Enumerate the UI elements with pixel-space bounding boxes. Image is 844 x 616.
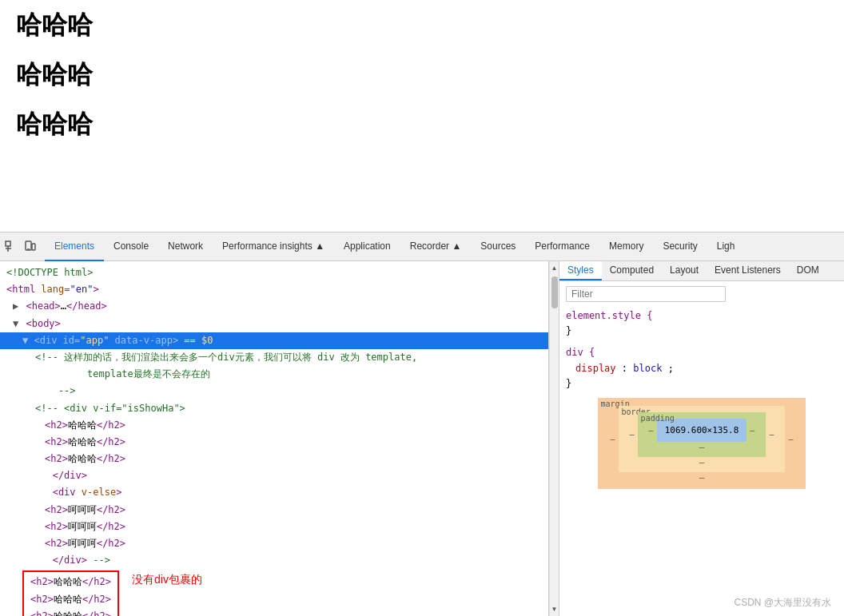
tab-memory[interactable]: Memory [599, 232, 653, 261]
div-velse-open: <div v-else> [0, 484, 548, 501]
annotation-text: 没有div包裹的 [132, 570, 202, 588]
styles-tab-event-listeners[interactable]: Event Listeners [707, 261, 789, 280]
svg-rect-0 [6, 241, 10, 246]
head-line[interactable]: ▶ <head>…</head> [0, 298, 548, 315]
heading-1: 哈哈哈 [16, 8, 828, 43]
tab-security[interactable]: Security [653, 232, 707, 261]
page-content: 哈哈哈 哈哈哈 哈哈哈 [0, 0, 844, 232]
styles-tab-computed[interactable]: Computed [602, 261, 662, 280]
tab-console[interactable]: Console [104, 232, 158, 261]
scroll-thumb[interactable] [551, 276, 558, 308]
styles-content: element.style { } div { display : block … [559, 281, 844, 590]
heading-2: 哈哈哈 [16, 58, 828, 93]
red-box-section: <h2>哈哈哈</h2> <h2>哈哈哈</h2> <h2>哈哈哈</h2> 没… [0, 570, 548, 616]
css-rule-element-style: element.style { } [566, 308, 838, 339]
redbox-h2-3[interactable]: <h2>哈哈哈</h2> [27, 608, 114, 616]
doctype-line: <!DOCTYPE html> [0, 264, 548, 281]
inspect-icon[interactable] [3, 239, 19, 255]
styles-tabs: Styles Computed Layout Event Listeners D… [559, 261, 844, 281]
scroll-down-arrow[interactable]: ▼ [550, 604, 559, 614]
html-line[interactable]: <html lang="en"> [0, 281, 548, 298]
heading-3: 哈哈哈 [16, 107, 828, 142]
comment-line-3: --> [0, 383, 548, 399]
tab-performance-insights[interactable]: Performance insights ▲ [213, 232, 334, 261]
devtools-body: <!DOCTYPE html> <html lang="en"> ▶ <head… [0, 261, 844, 616]
box-margin: margin – border – [598, 398, 806, 489]
styles-tab-dom[interactable]: DOM [789, 261, 827, 280]
hehe-h2-3: <h2>呵呵呵</h2> [0, 535, 548, 552]
box-model-container: margin – border – [572, 398, 831, 489]
body-open-line[interactable]: ▼ <body> [0, 316, 548, 332]
elements-with-scrollbar: <!DOCTYPE html> <html lang="en"> ▶ <head… [0, 261, 559, 616]
device-icon[interactable] [22, 239, 38, 255]
elements-panel: <!DOCTYPE html> <html lang="en"> ▶ <head… [0, 261, 549, 616]
comment-line-1: <!-- 这样加的话，我们渲染出来会多一个div元素，我们可以将 div 改为 … [0, 349, 548, 366]
tab-lighthouse[interactable]: Ligh [707, 232, 745, 261]
tab-sources[interactable]: Sources [471, 232, 525, 261]
scroll-up-arrow[interactable]: ▲ [550, 263, 559, 273]
tab-recorder[interactable]: Recorder ▲ [400, 232, 472, 261]
devtools-tabs: Elements Console Network Performance ins… [45, 232, 841, 261]
box-padding: padding – 1069.600×135 [638, 412, 766, 457]
comment2-open-line: <!-- <div v-if="isShowHa"> [0, 400, 548, 417]
div-close-2: </div> --> [0, 552, 548, 569]
div-close-1: </div> [0, 467, 548, 484]
filter-input[interactable] [566, 286, 726, 302]
tab-application[interactable]: Application [334, 232, 400, 261]
csdn-watermark: CSDN @大海里没有水 [559, 590, 844, 616]
tab-network[interactable]: Network [158, 232, 213, 261]
div-selected-line[interactable]: ▼ <div id="app" data-v-app> == $0 [0, 332, 548, 349]
styles-panel: Styles Computed Layout Event Listeners D… [559, 261, 844, 616]
css-rule-div: div { display : block ; } [566, 345, 838, 391]
red-box: <h2>哈哈哈</h2> <h2>哈哈哈</h2> <h2>哈哈哈</h2> [22, 570, 119, 616]
devtools-toolbar: Elements Console Network Performance ins… [0, 232, 844, 261]
box-border: border – padding [619, 406, 786, 472]
padding-label: padding [641, 414, 675, 423]
hehe-h2-2: <h2>呵呵呵</h2> [0, 519, 548, 535]
styles-tab-layout[interactable]: Layout [662, 261, 707, 280]
comment-h2-3: <h2>哈哈哈</h2> [0, 451, 548, 467]
svg-rect-4 [32, 244, 35, 250]
comment-h2-2: <h2>哈哈哈</h2> [0, 434, 548, 451]
devtools: Elements Console Network Performance ins… [0, 232, 844, 616]
elements-scrollbar[interactable]: ▲ ▼ [549, 261, 559, 616]
comment-h2-1: <h2>哈哈哈</h2> [0, 417, 548, 434]
redbox-h2-1[interactable]: <h2>哈哈哈</h2> [27, 574, 114, 590]
comment-line-2: template最终是不会存在的 [0, 366, 548, 383]
tab-elements[interactable]: Elements [45, 232, 104, 261]
box-model: margin – border – [598, 398, 806, 489]
tab-performance[interactable]: Performance [525, 232, 599, 261]
styles-tab-styles[interactable]: Styles [559, 261, 602, 280]
hehe-h2-1: <h2>呵呵呵</h2> [0, 502, 548, 519]
redbox-h2-2[interactable]: <h2>哈哈哈</h2> [27, 591, 114, 608]
